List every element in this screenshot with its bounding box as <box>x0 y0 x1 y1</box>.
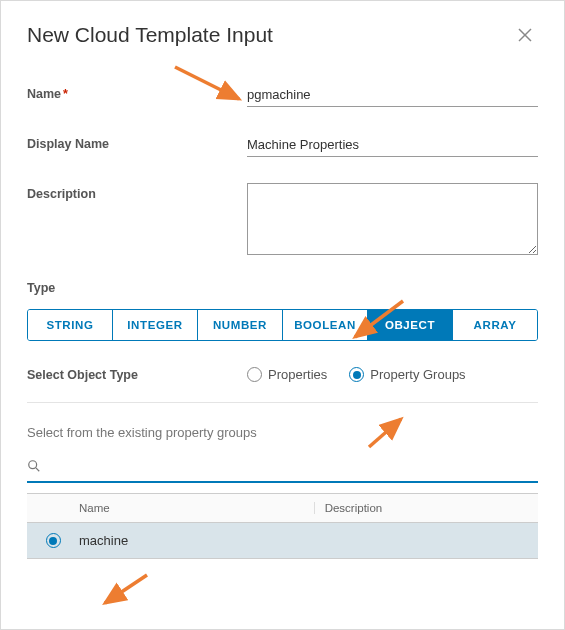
required-asterisk: * <box>63 87 68 101</box>
svg-line-3 <box>36 468 39 471</box>
modal-title: New Cloud Template Input <box>27 23 273 47</box>
modal-new-cloud-template-input: New Cloud Template Input Name* Display N… <box>0 0 565 630</box>
row-name-cell: machine <box>79 533 314 548</box>
close-icon[interactable] <box>512 23 538 47</box>
radio-property-groups-label: Property Groups <box>370 367 465 382</box>
radio-properties[interactable]: Properties <box>247 367 327 382</box>
description-textarea[interactable] <box>247 183 538 255</box>
object-type-radio-group: Properties Property Groups <box>247 367 466 382</box>
row-display-name: Display Name <box>27 133 538 157</box>
search-icon <box>27 459 41 477</box>
row-description: Description <box>27 183 538 255</box>
radio-property-groups[interactable]: Property Groups <box>349 367 465 382</box>
type-option-boolean[interactable]: BOOLEAN <box>283 310 368 340</box>
type-option-object[interactable]: OBJECT <box>368 310 453 340</box>
label-display-name: Display Name <box>27 133 247 151</box>
list-caption: Select from the existing property groups <box>27 425 538 440</box>
svg-point-2 <box>29 461 37 469</box>
table-header-select <box>27 502 79 514</box>
radio-properties-label: Properties <box>268 367 327 382</box>
type-option-number[interactable]: NUMBER <box>198 310 283 340</box>
svg-line-7 <box>105 575 147 603</box>
search-wrap <box>27 456 538 483</box>
label-type: Type <box>27 281 538 295</box>
name-input[interactable] <box>247 83 538 107</box>
label-name-text: Name <box>27 87 61 101</box>
type-option-array[interactable]: ARRAY <box>453 310 537 340</box>
type-section: Type STRING INTEGER NUMBER BOOLEAN OBJEC… <box>27 281 538 341</box>
annotation-arrow-icon <box>97 571 157 611</box>
radio-circle-icon <box>247 367 262 382</box>
table-header: Name Description <box>27 493 538 523</box>
row-radio-checked-icon <box>46 533 61 548</box>
property-group-search-input[interactable] <box>27 456 538 481</box>
type-option-string[interactable]: STRING <box>28 310 113 340</box>
row-select-cell <box>27 533 79 548</box>
label-name: Name* <box>27 83 247 101</box>
modal-header: New Cloud Template Input <box>27 23 538 47</box>
type-segmented-buttons: STRING INTEGER NUMBER BOOLEAN OBJECT ARR… <box>27 309 538 341</box>
table-header-name: Name <box>79 502 314 514</box>
label-object-type: Select Object Type <box>27 368 247 382</box>
row-name: Name* <box>27 83 538 107</box>
radio-circle-checked-icon <box>349 367 364 382</box>
row-object-type: Select Object Type Properties Property G… <box>27 367 538 382</box>
table-row[interactable]: machine <box>27 523 538 559</box>
label-description: Description <box>27 183 247 201</box>
type-option-integer[interactable]: INTEGER <box>113 310 198 340</box>
table-header-description: Description <box>314 502 538 514</box>
display-name-input[interactable] <box>247 133 538 157</box>
section-divider <box>27 402 538 403</box>
